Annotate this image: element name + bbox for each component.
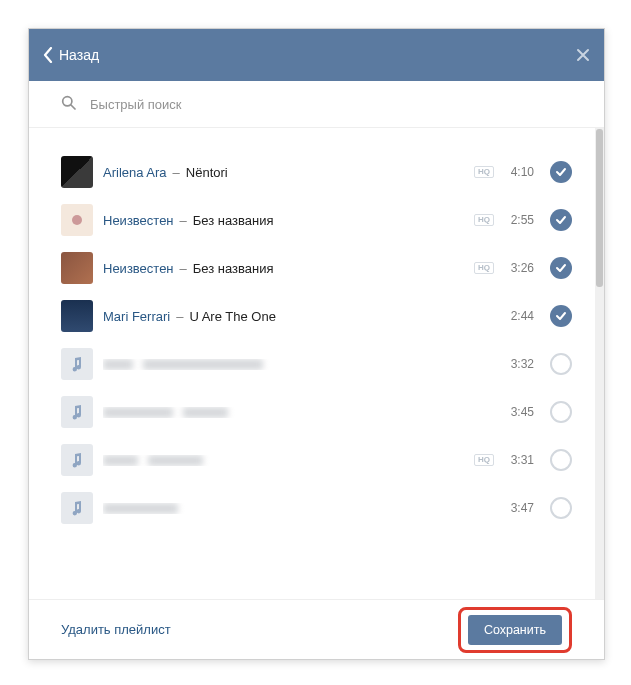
track-meta: Неизвестен–Без названия [103,213,474,228]
hq-badge: HQ [474,166,494,178]
track-select-toggle[interactable] [550,161,572,183]
track-select-toggle[interactable] [550,449,572,471]
hq-badge: HQ [474,454,494,466]
check-icon [555,310,567,322]
track-thumbnail [61,492,93,524]
track-artist[interactable]: Неизвестен [103,213,174,228]
track-artist-blurred [103,503,178,514]
close-button[interactable] [576,48,590,62]
search-row [29,81,604,128]
scroll-thumb[interactable] [596,129,603,287]
track-duration: 2:44 [504,309,534,323]
track-select-toggle[interactable] [550,353,572,375]
track-meta [103,503,504,514]
track-meta [103,359,504,370]
scrollbar[interactable] [595,128,604,599]
check-icon [555,262,567,274]
back-button[interactable]: Назад [43,47,99,63]
track-meta: Mari Ferrari–U Are The One [103,309,504,324]
back-label: Назад [59,47,99,63]
track-title: Nëntori [186,165,228,180]
track-artist-blurred [103,359,133,370]
track-duration: 4:10 [504,165,534,179]
track-meta: Неизвестен–Без названия [103,261,474,276]
save-button[interactable]: Сохранить [468,615,562,645]
hq-badge: HQ [474,262,494,274]
separator: – [176,309,183,324]
track-meta: Arilena Ara–Nëntori [103,165,474,180]
track-select-toggle[interactable] [550,257,572,279]
track-artist-blurred [103,455,138,466]
music-note-icon [69,356,85,372]
track-meta [103,407,504,418]
modal-footer: Удалить плейлист Сохранить [29,599,604,659]
track-title: Без названия [193,261,274,276]
chevron-left-icon [43,47,53,63]
check-icon [555,214,567,226]
track-row[interactable]: Неизвестен–Без названияHQ2:55 [29,196,604,244]
check-icon [555,166,567,178]
search-input[interactable] [90,97,572,112]
music-note-icon [69,404,85,420]
track-row[interactable]: Arilena Ara–NëntoriHQ4:10 [29,148,604,196]
modal-header: Назад [29,29,604,81]
track-title: U Are The One [189,309,275,324]
track-select-toggle[interactable] [550,305,572,327]
track-artist[interactable]: Mari Ferrari [103,309,170,324]
track-artist[interactable]: Неизвестен [103,261,174,276]
track-meta [103,455,474,466]
track-row[interactable]: Неизвестен–Без названияHQ3:26 [29,244,604,292]
track-title-blurred [183,407,228,418]
track-row[interactable]: 3:32 [29,340,604,388]
music-note-icon [69,452,85,468]
hq-badge: HQ [474,214,494,226]
track-duration: 3:45 [504,405,534,419]
track-select-toggle[interactable] [550,209,572,231]
track-title-blurred [148,455,203,466]
separator: – [180,213,187,228]
track-thumbnail [61,156,93,188]
track-duration: 3:47 [504,501,534,515]
track-thumbnail [61,252,93,284]
search-icon [61,95,76,113]
track-duration: 3:32 [504,357,534,371]
track-list: Arilena Ara–NëntoriHQ4:10Неизвестен–Без … [29,128,604,532]
track-artist[interactable]: Arilena Ara [103,165,167,180]
track-list-wrap: Arilena Ara–NëntoriHQ4:10Неизвестен–Без … [29,128,604,599]
track-row[interactable]: 3:47 [29,484,604,532]
separator: – [173,165,180,180]
track-duration: 3:26 [504,261,534,275]
music-note-icon [69,500,85,516]
track-select-toggle[interactable] [550,401,572,423]
track-thumbnail [61,204,93,236]
track-row[interactable]: HQ3:31 [29,436,604,484]
track-title: Без названия [193,213,274,228]
svg-line-1 [71,105,75,109]
track-row[interactable]: Mari Ferrari–U Are The One2:44 [29,292,604,340]
track-duration: 3:31 [504,453,534,467]
delete-playlist-link[interactable]: Удалить плейлист [61,622,171,637]
playlist-edit-modal: Назад Arilena Ara–NëntoriHQ4:10Неизвесте… [28,28,605,660]
track-thumbnail [61,348,93,380]
track-thumbnail [61,444,93,476]
track-row[interactable]: 3:45 [29,388,604,436]
close-icon [576,48,590,62]
save-highlight: Сохранить [458,607,572,653]
track-thumbnail [61,300,93,332]
track-select-toggle[interactable] [550,497,572,519]
separator: – [180,261,187,276]
track-title-blurred [143,359,263,370]
track-thumbnail [61,396,93,428]
track-artist-blurred [103,407,173,418]
track-duration: 2:55 [504,213,534,227]
